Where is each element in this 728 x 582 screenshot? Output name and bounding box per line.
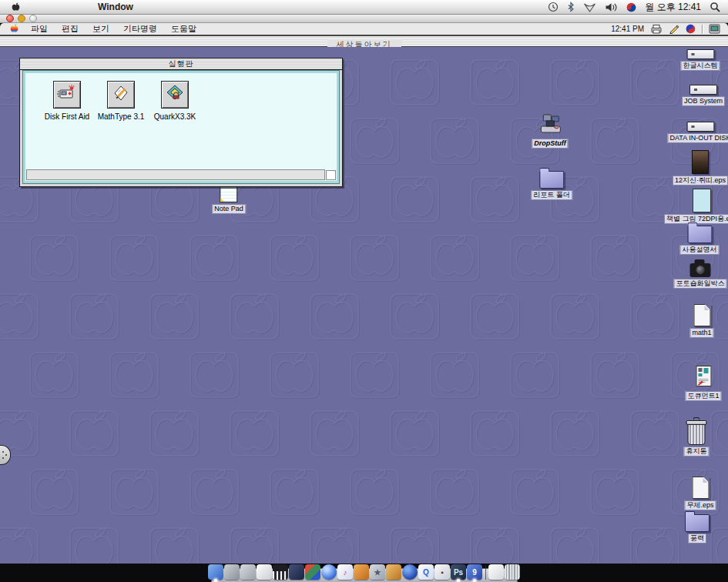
desktop-icon-folder[interactable]: 풍력	[685, 510, 710, 544]
desktop-icon-label: 도큐먼트1	[685, 391, 721, 401]
desktop-icon-document[interactable]: math1	[689, 304, 713, 338]
desktop-icon-disk[interactable]: DATA IN-OUT DISK	[667, 122, 728, 143]
disk-icon	[689, 85, 717, 95]
desktop-icon-trash[interactable]: 휴지통	[684, 417, 710, 457]
document-icon	[692, 477, 709, 499]
korean-flag-icon[interactable]	[626, 2, 636, 12]
dock-item-mac-os-9[interactable]: 9	[467, 564, 482, 580]
bluetooth-icon[interactable]	[567, 2, 575, 12]
dock-item-launcher-rocket[interactable]	[289, 564, 304, 580]
launcher-button-1[interactable]	[107, 81, 135, 109]
menu-window[interactable]: Window	[98, 2, 133, 12]
launcher-item: QuarkX3.3K	[148, 81, 202, 121]
zoom-button[interactable]	[29, 15, 37, 22]
launcher-item-label: Disk First Aid	[45, 112, 89, 121]
dock-item-image-capture[interactable]	[386, 564, 401, 580]
collapsed-window-titlebar[interactable]: 세상돌아보기	[0, 35, 728, 47]
classic-clock-icon[interactable]	[548, 2, 559, 12]
trash-icon	[688, 417, 706, 445]
dock-item-dock-trash[interactable]	[505, 564, 520, 580]
desktop-icon-label: 리포트 폴더	[531, 190, 572, 200]
classic-menus: 파일편집보기기타명령도움말	[24, 23, 203, 35]
desktop-icon-eps-blue[interactable]: 책별 그림 72DPI용.eps	[664, 189, 728, 224]
desktop-icon-label: 휴지통	[684, 447, 710, 457]
osx-menubar: Window 월 오후 12:41	[0, 0, 728, 15]
desktop-icon-label: 풍력	[688, 534, 706, 544]
classic-menu-2[interactable]: 보기	[86, 23, 116, 35]
apple-menu-icon[interactable]	[11, 2, 21, 13]
desktop-icon-dropstuff[interactable]: DropStuff	[532, 113, 568, 149]
resize-handle[interactable]	[326, 170, 336, 180]
classic-status-icons	[650, 24, 696, 34]
screen: Window 월 오후 12:41	[0, 0, 728, 582]
desktop-icon-disk[interactable]: JOB System	[682, 85, 725, 106]
dock: ♪★Q▪Ps9	[208, 564, 521, 580]
desktop-icon-label: math1	[689, 328, 713, 338]
dock-item-safari[interactable]	[321, 564, 337, 580]
itunes-glyph: ♪	[344, 568, 347, 577]
launcher-item: Disk First Aid	[40, 81, 94, 121]
dock-item-toast[interactable]	[402, 564, 418, 580]
ipod-glyph: ▪	[441, 568, 444, 577]
desktop-icon-camera[interactable]: 포토숍화일박스	[674, 256, 727, 289]
launcher-item-label: QuarkX3.3K	[154, 112, 196, 121]
classic-window-titlebar[interactable]	[0, 15, 728, 23]
dock-separator	[485, 565, 486, 580]
spotlight-icon[interactable]	[710, 2, 720, 12]
dock-item-classic[interactable]	[240, 564, 256, 580]
mac-os-9-glyph: 9	[472, 568, 477, 577]
launcher-button-0[interactable]	[53, 81, 81, 109]
dock-item-photoshop[interactable]: Ps	[451, 564, 466, 580]
dock-item-quicktime[interactable]: Q	[418, 564, 434, 580]
desktop-icon-label: 사용설명서	[680, 245, 720, 255]
classic-menu-4[interactable]: 도움말	[164, 23, 203, 35]
classic-menu-3[interactable]: 기타명령	[116, 23, 164, 35]
photoshop-glyph: Ps	[454, 568, 463, 577]
desktop-icon-disk[interactable]: 한글시스템	[681, 49, 720, 71]
desktop-icon-document[interactable]: 무제.eps	[684, 477, 716, 510]
dock-item-star-utility[interactable]: ★	[370, 564, 385, 580]
quicktime-glyph: Q	[423, 568, 429, 577]
minimize-button[interactable]	[18, 15, 25, 22]
volume-icon[interactable]	[605, 2, 618, 12]
dock-item-midi-keyboard[interactable]	[273, 564, 288, 580]
printer-icon[interactable]	[650, 24, 663, 34]
dock-item-profiler[interactable]	[305, 564, 320, 580]
dock-item-itunes[interactable]: ♪	[337, 564, 353, 580]
desktop-icon-folder[interactable]: 리포트 폴더	[531, 167, 572, 200]
desktop-icon-eps-dark[interactable]: 12지신·쥐띠.eps	[673, 150, 728, 186]
menubar-divider	[702, 25, 703, 34]
input-swirl-icon[interactable]	[686, 24, 696, 34]
classic-menu-1[interactable]: 편집	[55, 23, 86, 35]
menubar-clock[interactable]: 월 오후 12:41	[645, 1, 701, 14]
dock-item-document[interactable]	[488, 564, 504, 580]
classic-clock[interactable]: 12:41 PM	[611, 25, 644, 33]
dock-item-iphoto[interactable]	[354, 564, 369, 580]
classic-menu-0[interactable]: 파일	[24, 23, 55, 35]
desktop-icon-folder[interactable]: 사용설명서	[680, 222, 720, 255]
desktop-icon-label: 한글시스템	[681, 61, 720, 71]
camera-icon	[690, 256, 711, 277]
launcher-button-2[interactable]	[161, 81, 189, 109]
desktop-icon-docblocks[interactable]: 도큐먼트1	[685, 366, 721, 401]
folder-icon	[539, 167, 564, 189]
bottom-bar: ♪★Q▪Ps9	[0, 564, 728, 582]
desktop-icon-label: JOB System	[682, 96, 725, 106]
application-menu-icon[interactable]	[709, 24, 720, 34]
dock-item-textedit[interactable]	[257, 564, 272, 580]
desktop-icon-label: Note Pad	[212, 204, 246, 214]
folder-icon	[687, 222, 712, 243]
eps-blue-icon	[693, 189, 711, 212]
desktop-icon-label: 포토숍화일박스	[674, 279, 727, 289]
dock-item-system-preferences[interactable]	[224, 564, 240, 580]
dock-item-finder[interactable]	[208, 564, 223, 580]
desktop-icon-notepad[interactable]: Note Pad	[212, 186, 246, 214]
airport-icon[interactable]	[583, 2, 596, 12]
launcher-titlebar[interactable]: 실행판	[20, 59, 342, 70]
document-icon	[693, 304, 710, 326]
dock-item-ipod[interactable]: ▪	[434, 564, 450, 580]
launcher-items: Disk First AidMathType 3.1QuarkX3.3K	[40, 81, 202, 121]
classic-apple-menu-icon[interactable]	[9, 23, 19, 35]
pen-icon[interactable]	[669, 24, 679, 34]
close-button[interactable]	[6, 15, 14, 22]
